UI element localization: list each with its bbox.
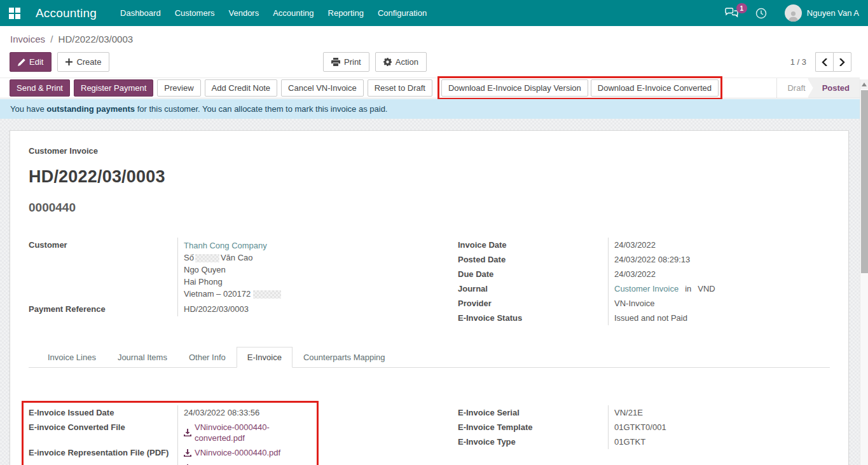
einvoice-converted-file-label: E-invoice Converted File	[29, 420, 177, 445]
representation-xml-download-link[interactable]: VNinvoice-0000440.xml	[184, 463, 282, 465]
einvoice-status-value: Issued and not Paid	[608, 311, 830, 325]
nav-item-configuration[interactable]: Configuration	[371, 0, 434, 26]
apps-menu-button[interactable]	[0, 0, 29, 26]
annotation-red-box-buttons: Download E-Invoice Display Version Downl…	[437, 76, 722, 100]
edit-button[interactable]: Edit	[10, 52, 52, 72]
add-credit-note-button[interactable]: Add Credit Note	[205, 79, 278, 97]
pager-next-button[interactable]	[833, 52, 851, 72]
activities-button[interactable]	[755, 8, 767, 19]
outstanding-payments-banner: You have outstanding payments for this c…	[0, 99, 860, 119]
einvoice-serial-label: E-Invoice Serial	[458, 405, 608, 420]
tab-invoice-lines[interactable]: Invoice Lines	[37, 347, 107, 368]
user-avatar[interactable]	[785, 4, 802, 22]
app-brand[interactable]: Accounting	[36, 6, 97, 20]
messages-button[interactable]: 1	[725, 8, 739, 18]
tab-other-info[interactable]: Other Info	[178, 347, 237, 368]
breadcrumb: Invoices / HD/2022/03/0003	[0, 26, 868, 44]
due-date-label: Due Date	[458, 267, 608, 281]
document-type-label: Customer Invoice	[29, 146, 830, 156]
currency-value: VND	[698, 284, 715, 293]
einvoice-representation-pdf-value: VNinvoice-0000440.pdf	[177, 445, 317, 461]
customer-address-line1: SốVăn Cao	[184, 252, 429, 264]
print-button[interactable]: Print	[323, 52, 369, 72]
payment-reference-label: Payment Reference	[29, 302, 177, 316]
journal-link[interactable]: Customer Invoice	[614, 284, 679, 293]
annotation-red-box-einvoice-fields: E-Invoice Issued Date 24/03/2022 08:33:5…	[22, 401, 319, 465]
redacted-text	[195, 254, 219, 262]
breadcrumb-invoices-link[interactable]: Invoices	[10, 34, 45, 44]
preview-button[interactable]: Preview	[157, 79, 200, 97]
scrollbar-thumb[interactable]	[861, 90, 868, 273]
messages-badge: 1	[736, 3, 747, 13]
user-name[interactable]: Nguyen Van A	[807, 8, 859, 18]
einvoice-meta-group: E-Invoice Serial VN/21E E-Invoice Templa…	[458, 405, 830, 465]
einvoice-status-label: E-Invoice Status	[458, 311, 608, 325]
register-payment-button[interactable]: Register Payment	[74, 79, 153, 97]
payment-reference-value: HD/2022/03/0003	[177, 302, 429, 316]
journal-label: Journal	[458, 281, 608, 296]
breadcrumb-current: HD/2022/03/0003	[59, 34, 134, 44]
representation-pdf-download-link[interactable]: VNinvoice-0000440.pdf	[184, 447, 280, 458]
cancel-vn-invoice-button[interactable]: Cancel VN-Invoice	[281, 79, 364, 97]
pager-count: 1 / 3	[790, 57, 806, 67]
breadcrumb-separator: /	[50, 34, 53, 44]
tab-journal-items[interactable]: Journal Items	[107, 347, 178, 368]
download-einvoice-display-version-button[interactable]: Download E-Invoice Display Version	[441, 79, 588, 97]
chevron-left-icon	[822, 58, 827, 66]
plus-icon	[65, 58, 72, 65]
status-step-draft[interactable]: Draft	[777, 78, 813, 98]
reset-to-draft-button[interactable]: Reset to Draft	[368, 79, 432, 97]
nav-item-accounting[interactable]: Accounting	[266, 0, 320, 26]
einvoice-converted-file-value: VNinvoice-0000440-converted.pdf	[177, 420, 317, 445]
customer-name-link[interactable]: Thanh Cong Company	[184, 239, 429, 252]
customer-group: Customer Thanh Cong Company SốVăn Cao Ng…	[29, 238, 429, 325]
printer-icon	[331, 58, 340, 66]
invoice-number-title: HD/2022/03/0003	[29, 167, 830, 187]
nav-item-reporting[interactable]: Reporting	[321, 0, 371, 26]
einvoice-representation-zip-value: VNinvoice-0000440.xml	[177, 461, 317, 465]
invoice-sheet: Customer Invoice HD/2022/03/0003 0000440…	[10, 130, 849, 465]
top-navbar: Accounting Dashboard Customers Vendors A…	[0, 0, 868, 26]
chevron-right-icon	[839, 58, 845, 66]
apps-grid-icon	[9, 8, 20, 19]
pager-previous-button[interactable]	[815, 52, 833, 72]
tab-e-invoice[interactable]: E-Invoice	[237, 347, 293, 368]
einvoice-serial-value: VN/21E	[608, 405, 830, 420]
provider-value: VN-Invoice	[608, 296, 830, 311]
redacted-text	[253, 290, 281, 299]
action-button[interactable]: Action	[375, 52, 427, 72]
nav-item-dashboard[interactable]: Dashboard	[113, 0, 168, 26]
notebook-tabs: Invoice Lines Journal Items Other Info E…	[29, 347, 830, 368]
einvoice-tab-panel: E-Invoice Issued Date 24/03/2022 08:33:5…	[29, 391, 830, 465]
nav-item-vendors[interactable]: Vendors	[221, 0, 266, 26]
nav-item-customers[interactable]: Customers	[168, 0, 222, 26]
download-icon	[184, 449, 191, 457]
status-step-posted[interactable]: Posted	[808, 78, 860, 98]
customer-address-country: Vietnam – 020172	[184, 288, 429, 300]
create-button[interactable]: Create	[57, 52, 109, 72]
outstanding-payments-link[interactable]: outstanding payments	[46, 104, 135, 114]
status-widget: Draft Posted	[776, 78, 860, 98]
gear-icon	[383, 58, 392, 66]
download-einvoice-converted-button[interactable]: Download E-Invoice Converted	[591, 79, 719, 97]
control-panel: Invoices / HD/2022/03/0003 Edit Create P…	[0, 26, 868, 78]
form-view-background: Customer Invoice HD/2022/03/0003 0000440…	[0, 119, 860, 465]
einvoice-type-label: E-Invoice Type	[458, 435, 608, 449]
einvoice-type-value: 01GTKT	[608, 435, 830, 449]
vertical-scrollbar[interactable]	[860, 79, 868, 465]
triangle-up-icon	[862, 83, 867, 86]
einvoice-template-value: 01GTKT0/001	[608, 420, 830, 435]
nav-menu: Dashboard Customers Vendors Accounting R…	[113, 0, 434, 26]
posted-date-value: 24/03/2022 08:29:13	[608, 252, 830, 267]
converted-pdf-download-link[interactable]: VNinvoice-0000440-converted.pdf	[184, 422, 317, 443]
due-date-value: 24/03/2022	[608, 267, 830, 281]
clock-icon	[755, 8, 767, 19]
send-print-button[interactable]: Send & Print	[10, 79, 70, 97]
scrollbar-up-button[interactable]	[860, 79, 868, 89]
einvoice-issued-date-value: 24/03/2022 08:33:56	[177, 405, 317, 420]
tab-counterparts-mapping[interactable]: Counterparts Mapping	[293, 347, 396, 368]
customer-label: Customer	[29, 238, 177, 302]
customer-address-line2: Ngo Quyen	[184, 264, 429, 276]
einvoice-representation-pdf-label: E-invoice Representation File (PDF)	[29, 445, 177, 461]
download-icon	[184, 429, 191, 436]
